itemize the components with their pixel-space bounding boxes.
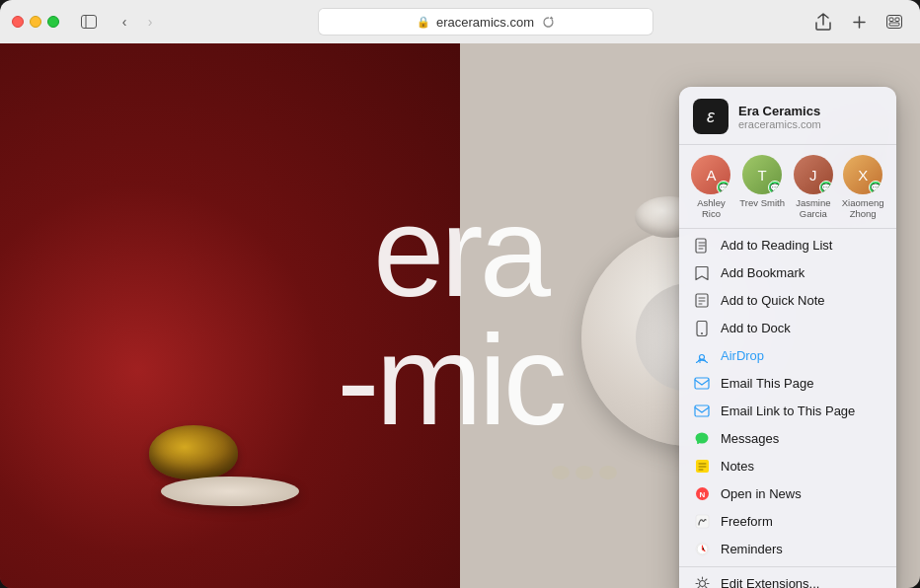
bookmark-label: Add Bookmark <box>721 265 805 280</box>
nav-buttons: ‹ › <box>113 10 162 34</box>
hero-left <box>0 43 460 588</box>
svg-rect-7 <box>895 18 899 22</box>
menu-item-notes[interactable]: Notes <box>679 453 896 480</box>
email-link-icon <box>693 403 711 420</box>
airdrop-icon <box>693 347 711 365</box>
airdrop-label: AirDrop <box>721 348 764 363</box>
stones-bottom <box>552 466 617 479</box>
menu-item-dock[interactable]: Add to Dock <box>679 315 896 342</box>
svg-point-16 <box>696 433 709 444</box>
stone-small-1 <box>552 466 570 479</box>
svg-rect-8 <box>889 23 899 26</box>
url-text: eraceramics.com <box>436 15 534 30</box>
reading-list-icon <box>693 237 711 255</box>
site-name: Era Ceramics <box>738 104 821 118</box>
svg-marker-2 <box>549 16 553 19</box>
contact-avatar-trev: T 💬 <box>742 155 782 194</box>
menu-item-email-link[interactable]: Email Link to This Page <box>679 398 896 425</box>
messages-badge-jasmine: 💬 <box>819 181 833 194</box>
svg-point-12 <box>701 332 703 334</box>
svg-rect-14 <box>695 378 709 389</box>
title-bar: ‹ › 🔒 eraceramics.com <box>0 0 920 43</box>
contact-avatar-xiaomeng: X 💬 <box>843 155 882 194</box>
menu-item-email-page[interactable]: Email This Page <box>679 370 896 398</box>
open-news-label: Open in News <box>721 486 802 501</box>
contact-name-jasmine: JasmineGarcia <box>796 197 830 220</box>
menu-item-open-news[interactable]: N Open in News <box>679 480 896 508</box>
svg-rect-0 <box>82 16 97 29</box>
sidebar-toggle-button[interactable] <box>75 12 103 32</box>
address-bar[interactable]: 🔒 eraceramics.com <box>318 8 653 36</box>
svg-rect-6 <box>889 18 893 22</box>
messages-badge-trev: 💬 <box>768 181 782 194</box>
messages-icon <box>693 430 711 448</box>
menu-item-airdrop[interactable]: AirDrop <box>679 342 896 370</box>
menu-divider <box>679 566 896 567</box>
edit-extensions-icon <box>693 575 711 588</box>
menu-item-messages[interactable]: Messages <box>679 425 896 453</box>
contact-name-ashley: AshleyRico <box>697 197 726 220</box>
contact-ashley[interactable]: A 💬 AshleyRico <box>691 155 730 220</box>
contact-avatar-ashley: A 💬 <box>691 155 730 194</box>
email-link-label: Email Link to This Page <box>721 404 855 418</box>
menu-item-reading-list[interactable]: Add to Reading List <box>679 232 896 259</box>
dock-label: Add to Dock <box>721 321 791 335</box>
svg-rect-15 <box>695 405 709 416</box>
email-page-label: Email This Page <box>721 376 813 391</box>
reload-icon[interactable] <box>542 16 555 29</box>
bookmark-icon <box>693 264 711 282</box>
address-bar-container: 🔒 eraceramics.com <box>170 8 802 36</box>
quick-note-label: Add to Quick Note <box>721 293 825 308</box>
contact-xiaomeng[interactable]: X 💬 XiaomengZhong <box>842 155 884 220</box>
stone-small-2 <box>575 466 593 479</box>
contacts-row: A 💬 AshleyRico T 💬 Trev Smith J 💬 <box>679 145 896 229</box>
menu-item-quick-note[interactable]: Add to Quick Note <box>679 287 896 315</box>
tab-overview-button[interactable] <box>881 8 908 36</box>
edit-extensions-label: Edit Extensions... <box>721 576 819 588</box>
svg-point-23 <box>699 581 705 587</box>
new-tab-button[interactable] <box>845 8 873 36</box>
contact-avatar-jasmine: J 💬 <box>794 155 833 194</box>
notes-icon <box>693 458 711 476</box>
reminders-label: Reminders <box>721 542 783 556</box>
news-icon: N <box>693 485 711 503</box>
menu-item-reminders[interactable]: Reminders <box>679 536 896 563</box>
site-url: eraceramics.com <box>738 118 821 130</box>
page-content: era -mic ε Era Ceramics eraceramics.com … <box>0 43 920 588</box>
site-icon-letter: ε <box>707 107 715 127</box>
forward-button[interactable]: › <box>138 10 162 34</box>
menu-item-edit-extensions[interactable]: Edit Extensions... <box>679 570 896 588</box>
menu-item-bookmark[interactable]: Add Bookmark <box>679 259 896 287</box>
site-icon: ε <box>693 99 728 134</box>
maximize-button[interactable] <box>47 16 59 28</box>
svg-rect-20 <box>696 515 709 528</box>
contact-name-trev: Trev Smith <box>739 197 785 208</box>
contact-name-xiaomeng: XiaomengZhong <box>842 197 884 220</box>
svg-rect-5 <box>887 16 902 29</box>
lock-icon: 🔒 <box>417 16 430 29</box>
bowl-left <box>149 425 238 479</box>
contact-jasmine[interactable]: J 💬 JasmineGarcia <box>794 155 833 220</box>
back-button[interactable]: ‹ <box>113 10 136 34</box>
reading-list-label: Add to Reading List <box>721 238 832 253</box>
messages-badge-ashley: 💬 <box>717 181 730 194</box>
traffic-lights <box>12 16 59 28</box>
messages-badge-xiaomeng: 💬 <box>869 181 882 194</box>
messages-label: Messages <box>721 431 779 446</box>
quick-note-icon <box>693 292 711 310</box>
svg-text:N: N <box>699 490 705 499</box>
share-sheet: ε Era Ceramics eraceramics.com A 💬 Ashle… <box>679 87 896 588</box>
menu-items: Add to Reading List Add Bookmark Add to … <box>679 229 896 588</box>
toolbar-right <box>809 8 908 36</box>
browser-window: ‹ › 🔒 eraceramics.com <box>0 0 920 588</box>
minimize-button[interactable] <box>30 16 41 28</box>
close-button[interactable] <box>12 16 24 28</box>
share-sheet-header: ε Era Ceramics eraceramics.com <box>679 87 896 145</box>
reminders-icon <box>693 541 711 558</box>
share-button[interactable] <box>809 8 837 36</box>
stone-small-3 <box>599 466 617 479</box>
email-page-icon <box>693 375 711 393</box>
site-info: Era Ceramics eraceramics.com <box>738 104 821 130</box>
contact-trev[interactable]: T 💬 Trev Smith <box>739 155 785 220</box>
menu-item-freeform[interactable]: Freeform <box>679 508 896 536</box>
